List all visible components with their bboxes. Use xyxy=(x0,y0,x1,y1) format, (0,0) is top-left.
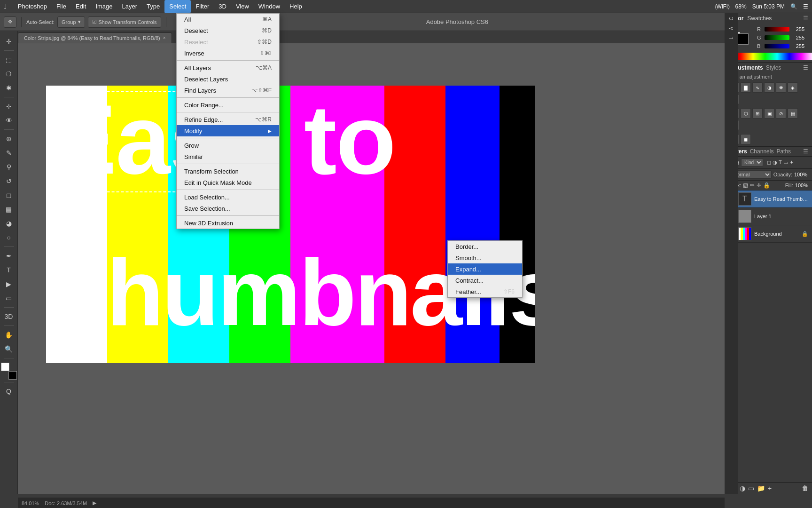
create-layer-btn[interactable]: + xyxy=(768,484,772,492)
select-all[interactable]: All ⌘A xyxy=(177,14,279,25)
menubar-photoshop[interactable]: Photoshop xyxy=(13,0,52,13)
select-deselect-layers[interactable]: Deselect Layers xyxy=(177,73,279,85)
vibrance-adj[interactable]: ❋ xyxy=(776,82,786,93)
adj-panel-menu[interactable]: ☰ xyxy=(803,64,808,71)
bg-color-swatch[interactable] xyxy=(737,33,749,45)
fill-value[interactable]: 100% xyxy=(795,183,808,188)
quick-mask-button[interactable]: Q xyxy=(2,385,16,398)
styles-tab-label[interactable]: Styles xyxy=(766,64,781,71)
filter-adj-icon[interactable]: ◑ xyxy=(773,159,777,166)
menubar-type[interactable]: Type xyxy=(142,0,164,13)
selective-color-adj[interactable]: ◼ xyxy=(741,134,751,144)
apple-menu[interactable]:  xyxy=(4,2,7,11)
filter-kind-select[interactable]: Kind xyxy=(741,159,763,167)
channel-mixer-adj[interactable]: ⊞ xyxy=(752,108,763,119)
select-inverse[interactable]: Inverse ⇧⌘I xyxy=(177,48,279,59)
auto-select-dropdown[interactable]: Group ▾ xyxy=(57,16,85,28)
menubar-image[interactable]: Image xyxy=(91,0,117,13)
modify-feather[interactable]: Feather... ⇧F6 xyxy=(448,286,522,297)
select-save-selection[interactable]: Save Selection... xyxy=(177,203,279,214)
clone-stamp-tool[interactable]: ⚲ xyxy=(2,160,16,174)
paths-tab[interactable]: Paths xyxy=(776,148,791,155)
menubar-edit[interactable]: Edit xyxy=(71,0,91,13)
swatches-tab[interactable]: Swatches xyxy=(747,15,772,22)
select-transform-selection[interactable]: Transform Selection xyxy=(177,166,279,177)
notification-icon[interactable]: ☰ xyxy=(803,3,808,10)
eraser-tool[interactable]: ◻ xyxy=(2,189,16,202)
add-group-btn[interactable]: 📁 xyxy=(757,484,765,492)
menubar-filter[interactable]: Filter xyxy=(191,0,214,13)
3d-tool[interactable]: 3D xyxy=(2,310,16,323)
filter-smart-icon[interactable]: ✦ xyxy=(789,159,794,166)
lock-paint-icon[interactable]: ✏ xyxy=(750,182,755,189)
color-lookup-adj[interactable]: ▣ xyxy=(764,108,774,119)
zoom-tool[interactable]: 🔍 xyxy=(2,342,16,356)
exposure-adj[interactable]: ◑ xyxy=(764,82,774,93)
select-find-layers[interactable]: Find Layers ⌥⇧⌘F xyxy=(177,85,279,96)
menubar-3d[interactable]: 3D xyxy=(214,0,231,13)
move-tool[interactable]: ✛ xyxy=(2,35,16,48)
color-spectrum[interactable] xyxy=(729,53,812,60)
hue-saturation-adj[interactable]: ◈ xyxy=(788,82,798,93)
path-select-tool[interactable]: ▶ xyxy=(2,278,16,291)
select-edit-quick-mask[interactable]: Edit in Quick Mask Mode xyxy=(177,177,279,188)
select-modify[interactable]: Modify ▶ Border... Smooth... Expand... C… xyxy=(177,125,279,136)
posterize-adj[interactable]: ▤ xyxy=(788,108,798,119)
panel-icon-adjust[interactable]: A xyxy=(729,27,734,30)
background-color-swatch[interactable] xyxy=(1,363,9,371)
document-tab[interactable]: Color Strips.jpg @ 84% (Easy to Read Thu… xyxy=(18,32,172,43)
panel-icon-layers[interactable]: L xyxy=(729,37,734,40)
crop-tool[interactable]: ⊹ xyxy=(2,100,16,113)
lock-transparency-icon[interactable]: ▧ xyxy=(743,182,748,189)
history-brush-tool[interactable]: ↺ xyxy=(2,175,16,188)
select-all-layers[interactable]: All Layers ⌥⌘A xyxy=(177,62,279,73)
select-color-range[interactable]: Color Range... xyxy=(177,99,279,111)
select-load-selection[interactable]: Load Selection... xyxy=(177,191,279,203)
lasso-tool[interactable]: ❍ xyxy=(2,67,16,80)
menubar-help[interactable]: Help xyxy=(285,0,307,13)
eyedropper-tool[interactable]: 👁 xyxy=(2,114,16,127)
filter-shape-icon[interactable]: ▭ xyxy=(783,159,788,166)
invert-adj[interactable]: ⊘ xyxy=(776,108,786,119)
filter-pixel-icon[interactable]: ◻ xyxy=(767,159,771,166)
r-slider[interactable] xyxy=(765,27,789,32)
marquee-tool[interactable]: ⬚ xyxy=(2,53,16,66)
panel-icon-color[interactable]: C xyxy=(729,17,734,20)
channels-tab[interactable]: Channels xyxy=(750,148,774,155)
brush-tool[interactable]: ✎ xyxy=(2,146,16,159)
select-grow[interactable]: Grow xyxy=(177,140,279,151)
levels-adj[interactable]: ▇ xyxy=(741,82,751,93)
modify-smooth[interactable]: Smooth... xyxy=(448,252,522,263)
menubar-file[interactable]: File xyxy=(52,0,71,13)
menubar-select[interactable]: Select xyxy=(164,0,191,13)
blur-tool[interactable]: ◕ xyxy=(2,217,16,230)
dodge-tool[interactable]: ○ xyxy=(2,231,16,244)
filter-text-icon[interactable]: T xyxy=(779,159,782,166)
menubar-view[interactable]: View xyxy=(231,0,254,13)
quick-select-tool[interactable]: ✱ xyxy=(2,81,16,95)
lock-move-icon[interactable]: ✛ xyxy=(757,182,761,189)
menubar-layer[interactable]: Layer xyxy=(117,0,142,13)
move-tool-options[interactable]: ✥ xyxy=(4,16,16,28)
photo-filter-adj[interactable]: ⬡ xyxy=(741,108,751,119)
add-mask-btn[interactable]: ▭ xyxy=(748,484,754,492)
select-new-3d-extrusion[interactable]: New 3D Extrusion xyxy=(177,217,279,229)
foreground-color-swatch[interactable] xyxy=(8,371,17,380)
menubar-window[interactable]: Window xyxy=(254,0,285,13)
hand-tool[interactable]: ✋ xyxy=(2,328,16,341)
gradient-tool[interactable]: ▤ xyxy=(2,203,16,216)
show-transform-checkbox[interactable]: ☑ Show Transform Controls xyxy=(88,16,161,28)
lock-all-icon[interactable]: 🔒 xyxy=(763,182,770,189)
delete-layer-btn[interactable]: 🗑 xyxy=(802,484,808,492)
add-adjustment-btn[interactable]: ◑ xyxy=(740,484,745,492)
select-refine-edge[interactable]: Refine Edge... ⌥⌘R xyxy=(177,114,279,125)
modify-contract[interactable]: Contract... xyxy=(448,275,522,286)
curves-adj[interactable]: ∿ xyxy=(752,82,763,93)
shape-tool[interactable]: ▭ xyxy=(2,292,16,305)
select-deselect[interactable]: Deselect ⌘D xyxy=(177,25,279,36)
b-slider[interactable] xyxy=(765,44,789,48)
modify-border[interactable]: Border... xyxy=(448,241,522,252)
select-similar[interactable]: Similar xyxy=(177,151,279,162)
layers-panel-menu[interactable]: ☰ xyxy=(803,148,808,155)
type-tool[interactable]: T xyxy=(2,263,16,277)
